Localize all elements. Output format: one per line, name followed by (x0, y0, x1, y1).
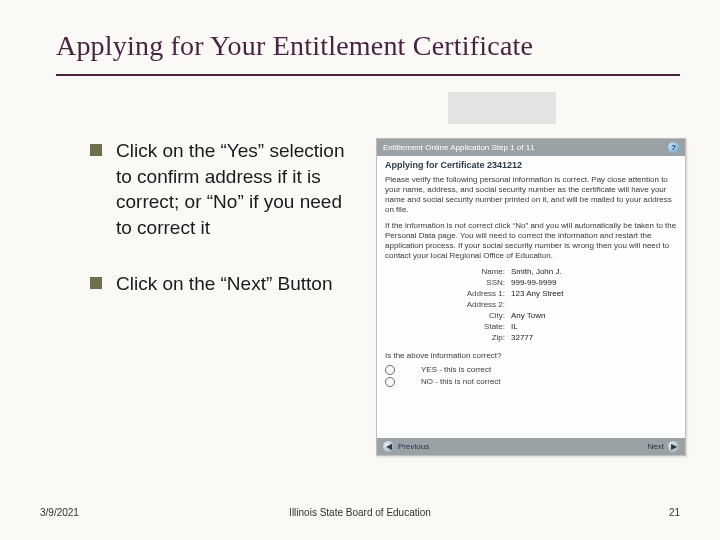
application-panel: Entitlement Online Application Step 1 of… (376, 138, 686, 456)
row-label: Zip: (385, 333, 511, 343)
row-label: State: (385, 322, 511, 332)
row-label: Name: (385, 267, 511, 277)
table-row: Address 1: 123 Any Street (385, 289, 677, 299)
row-value: 123 Any Street (511, 289, 677, 299)
table-row: City: Any Town (385, 311, 677, 321)
slide-title: Applying for Your Entitlement Certificat… (56, 30, 680, 62)
row-value (511, 300, 677, 310)
row-value: Any Town (511, 311, 677, 321)
row-value: 32777 (511, 333, 677, 343)
radio-option-yes[interactable]: YES - this is correct (385, 365, 677, 375)
row-label: SSN: (385, 278, 511, 288)
row-value: 999-99-9999 (511, 278, 677, 288)
confirmation-question: Is the above information correct? (385, 351, 677, 361)
previous-button[interactable]: ◀ Previous (383, 441, 429, 452)
panel-paragraph: Please verify the following personal inf… (385, 175, 677, 215)
table-row: Address 2: (385, 300, 677, 310)
panel-header-text: Entitlement Online Application Step 1 of… (383, 143, 535, 153)
next-label: Next (648, 442, 664, 452)
help-icon[interactable]: ? (668, 142, 679, 153)
arrow-left-icon: ◀ (383, 441, 394, 452)
panel-content: Applying for Certificate 2341212 Please … (377, 156, 685, 387)
row-label: City: (385, 311, 511, 321)
table-row: Zip: 32777 (385, 333, 677, 343)
radio-label: YES - this is correct (421, 365, 491, 375)
radio-icon (385, 377, 395, 387)
table-row: State: IL (385, 322, 677, 332)
row-value: Smith, John J. (511, 267, 677, 277)
decorative-shadow (448, 92, 556, 124)
slide-footer: 3/9/2021 Illinois State Board of Educati… (40, 507, 680, 518)
bullet-item: Click on the “Yes” selection to confirm … (90, 138, 350, 241)
radio-option-no[interactable]: NO - this is not correct (385, 377, 677, 387)
bullet-text: Click on the “Yes” selection to confirm … (116, 140, 344, 238)
table-row: Name: Smith, John J. (385, 267, 677, 277)
row-label: Address 1: (385, 289, 511, 299)
next-button[interactable]: Next ▶ (648, 441, 679, 452)
panel-paragraph: If the information is not correct click … (385, 221, 677, 261)
footer-center: Illinois State Board of Education (40, 507, 680, 518)
panel-footer: ◀ Previous Next ▶ (377, 438, 685, 455)
row-value: IL (511, 322, 677, 332)
info-table: Name: Smith, John J. SSN: 999-99-9999 Ad… (385, 267, 677, 343)
slide: Applying for Your Entitlement Certificat… (0, 0, 720, 540)
panel-subtitle: Applying for Certificate 2341212 (385, 160, 677, 171)
bullets-column: Click on the “Yes” selection to confirm … (90, 138, 350, 326)
radio-label: NO - this is not correct (421, 377, 501, 387)
panel-header: Entitlement Online Application Step 1 of… (377, 139, 685, 156)
table-row: SSN: 999-99-9999 (385, 278, 677, 288)
previous-label: Previous (398, 442, 429, 452)
bullet-text: Click on the “Next” Button (116, 273, 332, 294)
title-rule (56, 74, 680, 76)
row-label: Address 2: (385, 300, 511, 310)
arrow-right-icon: ▶ (668, 441, 679, 452)
radio-icon (385, 365, 395, 375)
bullet-item: Click on the “Next” Button (90, 271, 350, 297)
